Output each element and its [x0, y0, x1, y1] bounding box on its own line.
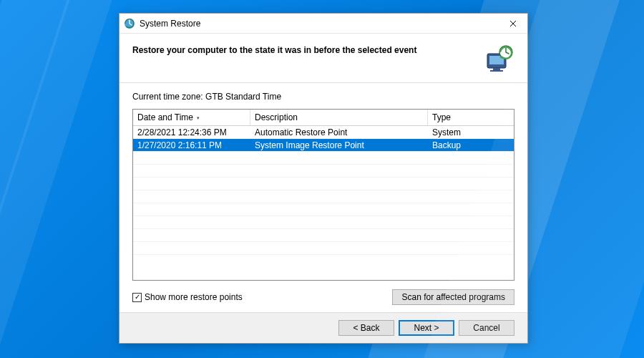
table-row-empty	[133, 203, 514, 216]
table-row-empty	[133, 165, 514, 178]
close-button[interactable]	[499, 14, 527, 34]
table-row-empty	[133, 216, 514, 229]
svg-rect-4	[490, 70, 503, 72]
table-row-empty	[133, 242, 514, 255]
table-header: Date and Time ▾ Description Type	[133, 110, 514, 126]
column-header-date[interactable]: Date and Time ▾	[133, 110, 250, 125]
checkbox-icon: ✓	[132, 293, 142, 302]
table-row-empty	[133, 229, 514, 242]
table-row[interactable]: 1/27/2020 2:16:11 PM System Image Restor…	[133, 139, 514, 152]
table-row[interactable]: 2/28/2021 12:24:36 PM Automatic Restore …	[133, 126, 514, 139]
checkbox-label: Show more restore points	[145, 292, 243, 302]
next-button[interactable]: Next >	[399, 320, 454, 336]
svg-rect-3	[493, 68, 500, 70]
timezone-label: Current time zone: GTB Standard Time	[132, 92, 514, 102]
scan-affected-button[interactable]: Scan for affected programs	[392, 289, 514, 305]
window-title: System Restore	[140, 19, 499, 29]
show-more-checkbox[interactable]: ✓ Show more restore points	[132, 292, 243, 302]
system-restore-window: System Restore Restore your computer to …	[119, 13, 528, 344]
column-header-description[interactable]: Description	[250, 110, 428, 125]
content-area: Current time zone: GTB Standard Time Dat…	[119, 83, 527, 312]
table-body: 2/28/2021 12:24:36 PM Automatic Restore …	[133, 126, 514, 255]
cell-date: 2/28/2021 12:24:36 PM	[133, 126, 250, 138]
cell-description: System Image Restore Point	[250, 139, 428, 151]
restore-points-table: Date and Time ▾ Description Type 2/28/20…	[132, 109, 514, 281]
column-header-type[interactable]: Type	[428, 110, 514, 125]
column-header-date-label: Date and Time	[137, 112, 193, 122]
cancel-button[interactable]: Cancel	[459, 320, 514, 336]
wizard-footer: < Back Next > Cancel	[119, 312, 527, 343]
table-row-empty	[133, 190, 514, 203]
page-heading: Restore your computer to the state it wa…	[132, 44, 474, 55]
cell-description: Automatic Restore Point	[250, 126, 428, 138]
back-button[interactable]: < Back	[338, 320, 394, 336]
sort-indicator-icon: ▾	[197, 115, 200, 120]
titlebar: System Restore	[119, 14, 527, 34]
cell-type: System	[428, 126, 514, 138]
table-row-empty	[133, 178, 514, 190]
cell-type: Backup	[428, 139, 514, 151]
system-restore-icon	[124, 18, 135, 29]
table-row-empty	[133, 152, 514, 165]
restore-hero-icon	[483, 44, 514, 75]
header-pane: Restore your computer to the state it wa…	[119, 34, 527, 82]
cell-date: 1/27/2020 2:16:11 PM	[133, 139, 250, 151]
